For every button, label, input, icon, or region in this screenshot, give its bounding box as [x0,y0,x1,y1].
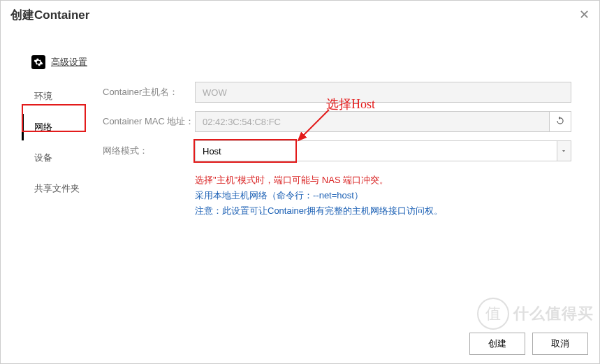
dialog-title: 创建Container [10,7,89,23]
form-panel: Container主机名： Container MAC 地址： 网络模式： [89,78,571,219]
netmode-label: 网络模式： [103,145,195,157]
watermark-icon: 值 [477,298,509,330]
sidebar-item-device[interactable]: 设备 [22,145,89,171]
mac-input [195,111,549,132]
mac-label: Container MAC 地址： [103,115,195,128]
create-button[interactable]: 创建 [469,333,525,355]
note-info-1: 采用本地主机网络（命令行：--net=host） [195,188,571,203]
sidebar-item-shared-folder[interactable]: 共享文件夹 [22,175,89,202]
hostname-input [195,82,571,103]
refresh-icon [555,116,565,128]
note-info-2: 注意：此设置可让Container拥有完整的主机网络接口访问权。 [195,203,571,219]
advanced-settings-link[interactable]: 高级设置 [51,56,87,68]
sidebar-item-environment[interactable]: 环境 [22,83,89,110]
gear-icon [31,55,45,69]
note-warning: 选择"主机"模式时，端口可能与 NAS 端口冲突。 [195,173,571,188]
sidebar-item-network[interactable]: 网络 [22,114,89,140]
refresh-mac-button[interactable] [549,111,571,132]
netmode-select[interactable] [195,140,557,161]
watermark-text: 什么值得买 [513,303,594,324]
sidebar: 环境 网络 设备 共享文件夹 [22,78,89,219]
hostname-label: Container主机名： [103,86,195,99]
watermark: 值 什么值得买 [477,298,594,330]
cancel-button[interactable]: 取消 [532,333,588,355]
close-icon[interactable]: ✕ [579,7,590,22]
netmode-dropdown-button[interactable] [557,140,571,161]
chevron-down-icon [560,146,567,156]
